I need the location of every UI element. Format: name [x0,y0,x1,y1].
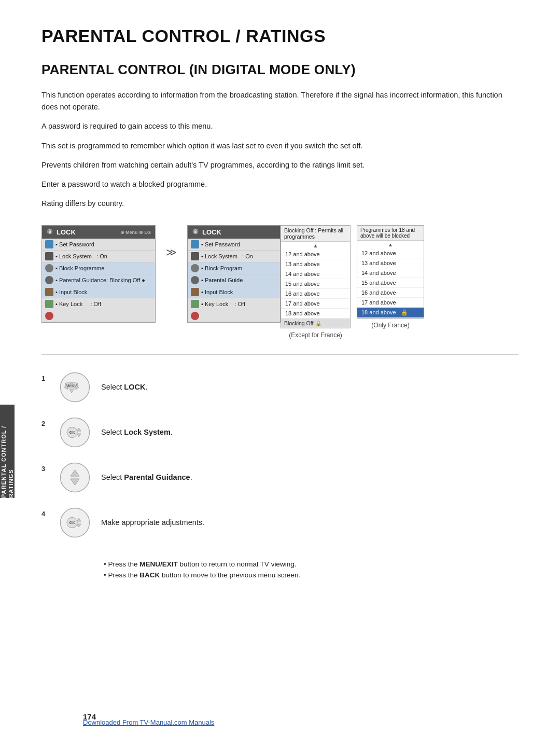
menu-icon-input-block-2 [191,288,199,296]
footer-link[interactable]: Downloaded From TV-Manual.com Manuals [83,718,214,726]
step-4-text: Make appropriate adjustments. [101,517,204,529]
lock-menu-body-2: • Set Password • Lock System : On • Bloc… [188,239,280,322]
france-item-13: 13 and above [357,258,424,268]
blocking-item-13: 13 and above [281,259,350,269]
menu-text-password: • Set Password [55,241,152,247]
menu-text-lock-system-2: • Lock System : On [201,253,277,259]
blocking-item-14: 14 and above [281,269,350,279]
menu-text-lock-system: • Lock System : On [55,253,152,259]
menu-icon-arrow [45,312,53,320]
lock-menu-2-group: LOCK • Set Password • Lock System : On [187,225,424,339]
menu-icon-block-2 [191,264,199,272]
lock-menu-2-container: LOCK • Set Password • Lock System : On [187,225,281,323]
step-3-number: 3 [41,465,49,473]
blocking-footer: Blocking Off 🔓 [281,319,350,328]
menu-row-key-lock: • Key Lock : Off [42,298,155,310]
france-item-18-selected: 18 and above 🔒 [357,308,424,318]
step-2-remote: OK [58,416,92,449]
lock-menu-header-1: LOCK ⊕ Menu ⊗ LG [42,226,155,239]
menu-icon-password [45,240,53,248]
menu-icon-parental-2 [191,276,199,284]
lock-icon-2 [192,228,199,237]
svg-point-19 [61,463,90,492]
menu-text-parental: • Parental Guidance: Blocking Off ● [55,277,152,283]
footer-notes-section: • Press the MENU/EXIT button to return t… [41,560,519,579]
step-3-remote [58,461,92,494]
blocking-item-18: 18 and above [281,309,350,319]
menu-row-lock-system-2: • Lock System : On [188,251,280,262]
france-dropdowns: Blocking Off : Permits all programmes ▲ … [281,225,351,339]
menu-row-set-password-2: • Set Password [188,239,280,251]
only-france-dropdown: Programmes for 18 and above will be bloc… [357,225,424,319]
menu-row-lock-system: • Lock System : On [42,251,155,262]
only-france-caption: (Only France) [357,322,424,329]
svg-point-16 [71,431,74,434]
step-1-text: Select LOCK. [101,382,147,393]
menu-text-parental-2: • Parental Guide [201,277,277,283]
except-france-group: Blocking Off : Permits all programmes ▲ … [281,225,351,339]
step-4-remote: OK [58,506,92,540]
menu-row-input-block-2: • Input Block [188,286,280,298]
menu-text-input-block-2: • Input Block [201,289,277,295]
menu-text-input-block: • Input Block [55,289,152,295]
sidebar-tab: PARENTAL CONTROL / RATINGS [0,405,15,498]
menu-icon-key-lock [45,300,53,308]
menu-text-block: • Block Programme [55,265,152,271]
step-1-remote: MENU [58,370,92,404]
paragraph-6: Rating differs by country. [41,198,519,210]
menu-row-parental: • Parental Guidance: Blocking Off ● [42,274,155,286]
france-up-arrow: ▲ [357,241,424,248]
france-item-16: 16 and above [357,288,424,298]
menu-row-parental-2: • Parental Guide [188,274,280,286]
divider [41,354,519,355]
blocking-footer-text: Blocking Off [284,320,313,326]
svg-point-25 [71,521,74,524]
blocking-item-15: 15 and above [281,279,350,289]
menu-row-block-programme: • Block Programme [42,262,155,274]
menu-row-arrow [42,310,155,322]
except-france-dropdown: Blocking Off : Permits all programmes ▲ … [281,225,351,328]
menu-row-block-programme-2: • Block Program [188,262,280,274]
france-item-15: 15 and above [357,278,424,288]
paragraph-4: Prevents children from watching certain … [41,159,519,171]
menu-icon-lock-system-2 [191,252,199,260]
menu-text-block-2: • Block Program [201,265,277,271]
menu-icon-password-2 [191,240,199,248]
blocking-item-12: 12 and above [281,250,350,259]
blocking-item-17: 17 and above [281,299,350,309]
blocking-header: Blocking Off : Permits all programmes [281,226,350,242]
blocking-up-arrow: ▲ [281,242,350,250]
paragraph-1: This function operates according to info… [41,89,519,113]
step-3-text: Select Parental Guidance. [101,472,192,483]
france-item-14: 14 and above [357,268,424,278]
footer-note-1: • Press the MENU/EXIT button to return t… [104,560,519,568]
step-1-row: 1 MENU Select LOCK. [41,370,519,404]
screenshots-section: LOCK ⊕ Menu ⊗ LG • Set Password • Lock S… [41,225,519,339]
menu-icon-arrow-2 [191,312,199,320]
menu-row-arrow-2 [188,310,280,322]
blocking-footer-icon: 🔓 [315,321,321,326]
menu-text-password-2: • Set Password [201,241,277,247]
lock-title-2: LOCK [202,228,276,236]
sidebar-tab-text: PARENTAL CONTROL / RATINGS [0,405,15,498]
main-title: PARENTAL CONTROL / RATINGS [41,26,519,46]
menu-icon-key-lock-2 [191,300,199,308]
menu-icon-input-block [45,288,53,296]
lock-menu-box-1: LOCK ⊕ Menu ⊗ LG • Set Password • Lock S… [41,225,156,323]
france-header: Programmes for 18 and above will be bloc… [357,226,424,241]
step-3-row: 3 Select Parental Guidance. [41,461,519,494]
blocking-item-16: 16 and above [281,289,350,299]
menu-row-input-block: • Input Block [42,286,155,298]
menu-icon-block [45,264,53,272]
menu-icon-lock-system [45,252,53,260]
step-1-number: 1 [41,375,49,382]
step-2-row: 2 OK Select Lock System. [41,416,519,449]
double-arrow-icon: ≫ [166,246,177,258]
lock-menu-box-2: LOCK • Set Password • Lock System : On [187,225,281,323]
france-item-17: 17 and above [357,298,424,308]
except-france-caption: (Except for France) [281,331,351,339]
paragraph-5: Enter a password to watch a blocked prog… [41,178,519,190]
france-item-12: 12 and above [357,248,424,258]
paragraph-3: This set is programmed to remember which… [41,140,519,152]
menu-icon-parental [45,276,53,284]
